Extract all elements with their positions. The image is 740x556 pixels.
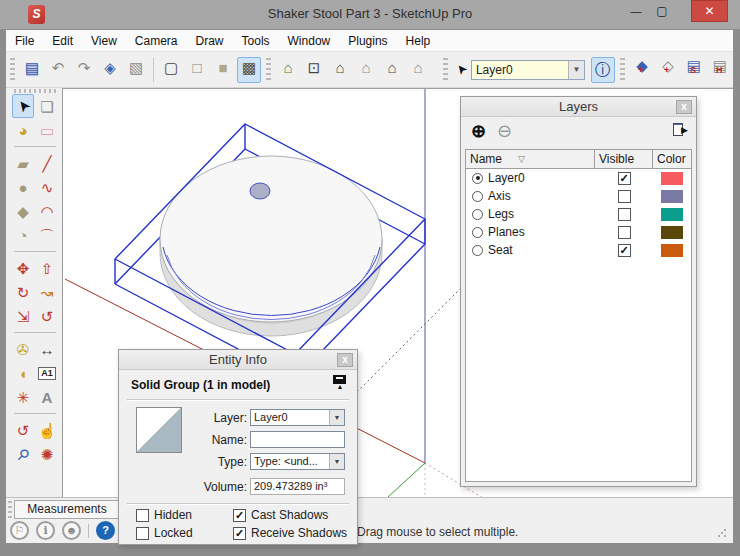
freehand-tool[interactable]: ∿ [36,175,58,199]
toolbar-back-edges-style-button[interactable]: ▧ [124,57,148,83]
toolbar-iso-view-button[interactable]: ⌂ [276,57,300,83]
toolbar-shaded-textures-style-button[interactable]: ▩ [237,57,261,83]
maximize-button[interactable]: ▢ [650,0,674,22]
menu-tools[interactable]: Tools [233,31,279,51]
toolbar-undo-button[interactable]: ↶ [46,57,70,83]
toolbar-diamond-add-button[interactable]: ◆+ [630,57,654,83]
locked-checkbox[interactable] [136,527,149,540]
toolbar-grip[interactable] [443,58,448,82]
measurements-box[interactable]: Measurements [14,500,120,519]
menu-view[interactable]: View [82,31,126,51]
circle-tool[interactable]: ● [12,175,34,199]
color-column-header[interactable]: Color [653,150,691,169]
visible-checkbox[interactable] [618,208,631,221]
pan-tool[interactable]: ☝ [36,418,58,442]
current-layer-radio[interactable] [472,245,483,256]
axes-tool[interactable]: ✳ [12,385,34,409]
help-icon[interactable]: ? [96,521,115,540]
Axis[interactable]: Axis [466,187,691,205]
tape-measure-tool[interactable]: ✇ [12,337,34,361]
zoom-tool[interactable]: ⚲ [12,442,34,466]
receive-shadows-checkbox[interactable] [233,527,246,540]
menu-draw[interactable]: Draw [187,31,233,51]
polygon-tool[interactable]: ◆ [12,199,34,223]
add-layer-button[interactable]: ⊕ [471,122,486,140]
layers-close-button[interactable]: x [676,100,692,114]
offset-tool[interactable]: ↺ [36,304,58,328]
move-tool[interactable]: ✥ [12,256,34,280]
Seat[interactable]: Seat [466,241,691,259]
toolbar-layers-h-button[interactable]: ▤H [708,57,732,83]
current-layer-radio[interactable] [472,209,483,220]
Legs[interactable]: Legs [466,205,691,223]
geolocation-icon[interactable]: ⚐ [10,521,29,540]
zoom-extents-tool[interactable]: ✺ [36,442,58,466]
current-layer-radio[interactable] [472,227,483,238]
toolbar-layers-s-button[interactable]: ▤S [682,57,706,83]
current-layer-radio[interactable] [472,191,483,202]
3d-text-tool[interactable]: A [36,385,58,409]
cast-shadows-checkbox[interactable] [233,509,246,522]
titlebar[interactable]: S Shaker Stool Part 3 - SketchUp Pro — ▢… [0,0,740,30]
resize-grip[interactable] [717,528,727,538]
toolbar-right-view-button[interactable]: ⌂ [354,57,378,83]
visible-checkbox[interactable] [618,244,631,257]
material-thumbnail[interactable] [136,407,182,453]
close-button[interactable]: ✕ [691,0,728,22]
menu-edit[interactable]: Edit [43,31,82,51]
orbit-tool[interactable]: ↺ [12,418,34,442]
chevron-down-icon[interactable]: ▼ [329,454,344,469]
toolbar-wireframe-style-button[interactable]: ▢ [159,57,183,83]
Layer0[interactable]: Layer0 [466,169,691,187]
layer-manager-button[interactable]: ⓘ [591,57,615,83]
menu-file[interactable]: File [6,31,43,51]
layer-color-swatch[interactable] [661,208,683,221]
entity-info-close-button[interactable]: x [337,353,353,367]
toolbar-left-view-button[interactable]: ⌂ [406,57,430,83]
two-point-arc-tool[interactable]: ⌒ [36,223,58,247]
layer-color-swatch[interactable] [661,190,683,203]
protractor-tool[interactable]: ◖ [12,361,34,385]
visible-checkbox[interactable] [618,190,631,203]
push-pull-tool[interactable]: ⇧ [36,256,58,280]
entity-type-combobox[interactable]: Type: <und... ▼ [250,453,345,470]
scale-tool[interactable]: ⇲ [12,304,34,328]
pie-tool[interactable]: ◔ [12,223,34,247]
entity-name-input[interactable] [251,432,344,447]
select-tool[interactable]: ➤ [12,94,34,118]
arc-tool[interactable]: ◠ [36,199,58,223]
entity-info-titlebar[interactable]: Entity Info x [119,350,357,370]
menu-camera[interactable]: Camera [126,31,187,51]
make-component-tool[interactable]: ❏ [36,94,58,118]
layers-panel-titlebar[interactable]: Layers x [461,97,696,117]
dimension-tool[interactable]: ↔ [36,337,58,361]
layer-color-swatch[interactable] [661,244,683,257]
follow-me-tool[interactable]: ↝ [36,280,58,304]
toolbar-top-view-button[interactable]: ⊡ [302,57,326,83]
current-layer-combobox[interactable]: Layer0 ▼ [471,60,585,80]
toolbar-hidden-line-style-button[interactable]: □ [185,57,209,83]
menu-plugins[interactable]: Plugins [339,31,396,51]
measurements-grip[interactable] [8,501,12,518]
toolbar-diamond-outline-add-button[interactable]: ◇+ [656,57,680,83]
layer-color-swatch[interactable] [661,226,683,239]
eraser-tool[interactable]: ▭ [36,118,58,142]
toolbar-shaded-style-button[interactable]: ■ [211,57,235,83]
chevron-down-icon[interactable]: ▼ [329,410,344,425]
remove-layer-button[interactable]: ⊖ [497,122,512,140]
visible-checkbox[interactable] [618,172,631,185]
credits-icon[interactable]: ℹ [36,521,55,540]
user-icon[interactable]: ☻ [62,521,81,540]
chevron-down-icon[interactable]: ▼ [568,61,584,79]
paint-bucket-tool[interactable]: ◕ [12,118,34,142]
layers-details-button[interactable]: ▶ [673,123,688,136]
rotate-tool[interactable]: ↻ [12,280,34,304]
line-tool[interactable]: ╱ [36,151,58,175]
visible-checkbox[interactable] [618,226,631,239]
visible-column-header[interactable]: Visible [595,150,653,169]
palette-grip[interactable] [14,89,58,93]
toolbar-save-button[interactable]: ▤ [20,57,44,83]
menu-help[interactable]: Help [397,31,440,51]
toolbar-xray-style-button[interactable]: ◈ [98,57,122,83]
rectangle-tool[interactable]: ▰ [12,151,34,175]
